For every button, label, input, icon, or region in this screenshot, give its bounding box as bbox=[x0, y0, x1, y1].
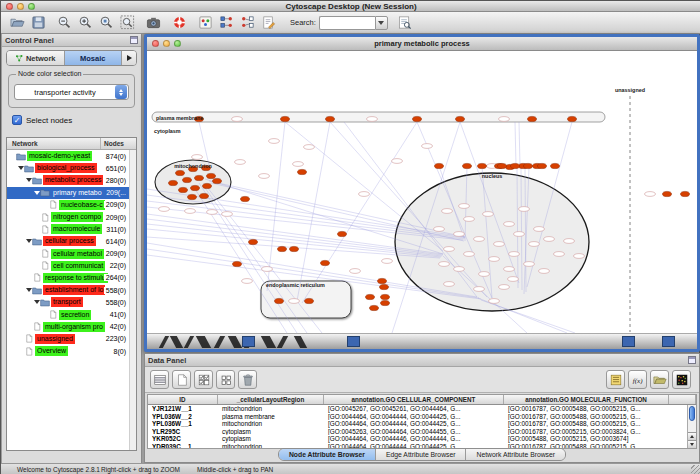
graph-node[interactable] bbox=[233, 261, 242, 266]
search-dropdown-button[interactable] bbox=[375, 16, 388, 30]
tab-network[interactable]: Network bbox=[7, 51, 65, 65]
graph-node-label[interactable] bbox=[159, 207, 170, 212]
help-button[interactable] bbox=[170, 13, 189, 32]
tree-row[interactable]: macromolecule311(0) bbox=[7, 223, 129, 235]
tree-row[interactable]: nitrogen compo209(0) bbox=[7, 211, 129, 223]
overview-marker[interactable] bbox=[662, 336, 675, 347]
graph-node-label[interactable] bbox=[499, 285, 510, 290]
table-scrollbar[interactable] bbox=[687, 405, 696, 448]
formula-builder-button[interactable]: f(x) bbox=[628, 370, 647, 389]
graph-node[interactable] bbox=[478, 163, 487, 168]
graph-node[interactable] bbox=[413, 116, 422, 121]
graph-node[interactable] bbox=[366, 294, 375, 299]
graph-node[interactable] bbox=[281, 116, 290, 121]
graph-node[interactable] bbox=[338, 231, 347, 236]
graph-edge[interactable] bbox=[267, 122, 285, 291]
tree-row[interactable]: cellular metabol209(0) bbox=[7, 248, 129, 260]
graph-node[interactable] bbox=[179, 187, 188, 192]
attribute-table-button[interactable] bbox=[150, 370, 169, 389]
graph-node[interactable] bbox=[456, 116, 465, 121]
graph-node[interactable] bbox=[380, 284, 389, 289]
graph-node-label[interactable] bbox=[534, 227, 545, 232]
graph-node[interactable] bbox=[213, 178, 222, 183]
scrollbar-thumb[interactable] bbox=[689, 406, 695, 421]
graph-edge[interactable] bbox=[302, 122, 417, 303]
tree-row[interactable]: establishment of lo558(0) bbox=[7, 284, 129, 296]
select-nodes-checkbox[interactable]: ✓ bbox=[12, 115, 22, 125]
zoom-in-button[interactable] bbox=[76, 13, 95, 32]
tree-row[interactable]: mosaic-demo-yeast874(0) bbox=[7, 150, 129, 162]
graph-node[interactable] bbox=[203, 183, 212, 188]
overview-marker[interactable] bbox=[622, 336, 635, 347]
graph-node-label[interactable] bbox=[544, 237, 555, 242]
graph-node-label[interactable] bbox=[304, 145, 315, 150]
graph-node[interactable] bbox=[305, 298, 314, 303]
graph-node-label[interactable] bbox=[529, 242, 540, 247]
graph-node[interactable] bbox=[663, 191, 672, 196]
graph-node-label[interactable] bbox=[474, 287, 485, 292]
graph-node-label[interactable] bbox=[494, 242, 505, 247]
graph-node[interactable] bbox=[275, 298, 284, 303]
graph-node[interactable] bbox=[183, 177, 192, 182]
graph-node-label[interactable] bbox=[350, 269, 361, 274]
graph-node[interactable] bbox=[551, 163, 560, 168]
graph-node-label[interactable] bbox=[504, 267, 515, 272]
graph-node[interactable] bbox=[176, 170, 185, 175]
graph-node-label[interactable] bbox=[454, 232, 465, 237]
table-row[interactable]: YKR052Ccytoplasm[GO:0044464, GO:0044446,… bbox=[148, 435, 687, 443]
graph-node-label[interactable] bbox=[454, 267, 465, 272]
scroll-up-button[interactable] bbox=[688, 432, 696, 440]
table-row[interactable]: YLR295Ccytoplasm[GO:0045263, GO:0044464,… bbox=[148, 428, 687, 436]
search-input[interactable] bbox=[319, 16, 375, 30]
expander-icon[interactable] bbox=[25, 239, 32, 243]
tree-column-network[interactable]: Network bbox=[7, 138, 100, 149]
expander-icon[interactable] bbox=[17, 166, 24, 170]
snapshot-button[interactable] bbox=[144, 13, 163, 32]
graph-edge[interactable] bbox=[203, 185, 307, 333]
graph-node-label[interactable] bbox=[519, 207, 530, 212]
overview-marker[interactable] bbox=[242, 336, 255, 347]
graph-node[interactable] bbox=[435, 163, 444, 168]
column-header[interactable]: annotation.GO MOLECULAR_FUNCTION bbox=[504, 395, 669, 404]
graph-node-label[interactable] bbox=[509, 252, 520, 257]
graph-node[interactable] bbox=[191, 185, 200, 190]
advanced-search-button[interactable] bbox=[395, 13, 414, 32]
graph-node[interactable] bbox=[528, 116, 537, 121]
graph-node-label[interactable] bbox=[459, 204, 470, 209]
graph-node-label[interactable] bbox=[444, 247, 455, 252]
graph-node[interactable] bbox=[249, 239, 258, 244]
tab-edge-attribute-browser[interactable]: Edge Attribute Browser bbox=[376, 449, 467, 460]
graph-node-label[interactable] bbox=[289, 299, 300, 304]
float-panel-icon[interactable] bbox=[688, 356, 696, 364]
graph-node[interactable] bbox=[538, 163, 547, 168]
graph-node-label[interactable] bbox=[232, 117, 243, 122]
graph-node[interactable] bbox=[298, 169, 307, 174]
filter-button[interactable] bbox=[259, 13, 278, 32]
graph-node-label[interactable] bbox=[442, 209, 453, 214]
graph-node[interactable] bbox=[321, 260, 330, 265]
graph-node-label[interactable] bbox=[242, 279, 253, 284]
overview-marker[interactable] bbox=[347, 336, 360, 347]
graph-node-label[interactable] bbox=[564, 239, 575, 244]
table-row[interactable]: YPL036W__2plasma membrane[GO:0044464, GO… bbox=[148, 413, 687, 421]
graph-node[interactable] bbox=[681, 191, 690, 196]
graph-node[interactable] bbox=[200, 193, 209, 198]
graph-node-label[interactable] bbox=[207, 210, 218, 215]
tree-row[interactable]: transport558(0) bbox=[7, 296, 129, 308]
graph-node-label[interactable] bbox=[474, 237, 485, 242]
tree-row[interactable]: response to stimulu264(0) bbox=[7, 272, 129, 284]
graph-node-label[interactable] bbox=[489, 257, 500, 262]
node-color-dropdown[interactable]: transporter activity bbox=[14, 84, 129, 100]
graph-node-label[interactable] bbox=[489, 299, 500, 304]
column-header[interactable]: annotation.GO CELLULAR_COMPONENT bbox=[324, 395, 504, 404]
tree-column-nodes[interactable]: Nodes bbox=[100, 138, 136, 149]
graph-node-label[interactable] bbox=[483, 212, 494, 217]
graph-node[interactable] bbox=[188, 194, 197, 199]
attribute-list-button[interactable] bbox=[606, 370, 625, 389]
scroll-down-button[interactable] bbox=[688, 440, 696, 448]
graph-node-label[interactable] bbox=[499, 117, 510, 122]
open-folder-button[interactable] bbox=[8, 13, 27, 32]
graph-edge[interactable] bbox=[519, 122, 520, 166]
expander-icon[interactable] bbox=[25, 288, 32, 292]
graph-edge[interactable] bbox=[515, 122, 516, 166]
